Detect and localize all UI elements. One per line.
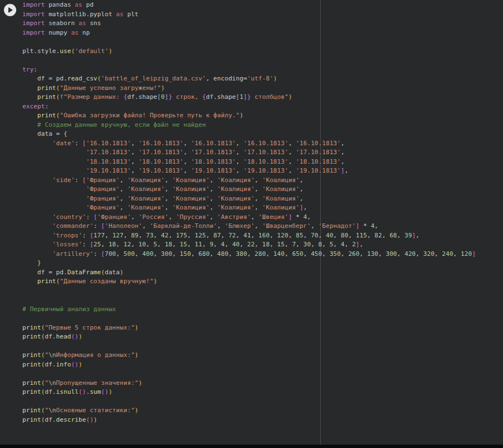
code-line[interactable]: 'Франция', 'Коалиция', 'Коалиция', 'Коал… [22,194,476,204]
code-line[interactable]: '19.10.1813', '19.10.1813', '19.10.1813'… [22,166,476,176]
code-line[interactable]: print("Первые 5 строк данных:") [22,323,476,333]
code-line[interactable]: df = pd.DataFrame(data) [22,268,476,278]
code-line[interactable]: 'troops': [177, 127, 89, 73, 42, 175, 12… [22,231,476,241]
code-line[interactable]: except: [22,102,476,112]
code-line[interactable]: import pandas as pd [22,1,476,10]
code-line[interactable]: 'Франция', 'Коалиция', 'Коалиция', 'Коал… [22,203,476,213]
editor-pane: { "editor": { "bg": "#28292b", "ruler_co… [0,0,503,448]
code-line[interactable]: print("Данные успешно загружены!") [22,84,476,93]
play-icon [8,7,13,13]
run-cell-button[interactable] [4,4,16,16]
code-line[interactable]: 'losses': [25, 18, 12, 10, 5, 18, 15, 11… [22,240,476,250]
code-line[interactable]: 'commander': ['Наполеон', 'Барклай-де-То… [22,222,476,231]
code-line[interactable]: print("Данные созданы вручную!") [22,277,476,287]
code-line[interactable]: print(f"Размер данных: {df.shape[0]} стр… [22,93,476,102]
code-line[interactable]: 'side': ['Франция', 'Коалиция', 'Коалици… [22,176,476,185]
code-line[interactable]: '17.10.1813', '17.10.1813', '17.10.1813'… [22,148,476,158]
code-line[interactable]: data = { [22,130,476,139]
code-line[interactable] [22,37,476,47]
code-line[interactable]: print(df.describe()) [22,416,476,425]
code-line[interactable]: import numpy as np [22,28,476,38]
code-line[interactable]: # Создаем данные вручную, если файл не н… [22,121,476,130]
code-line[interactable] [22,342,476,351]
code-line[interactable] [22,369,476,379]
code-line[interactable]: 'date': ['16.10.1813', '16.10.1813', '16… [22,139,476,149]
code-line[interactable]: print(df.info()) [22,360,476,370]
code-line[interactable]: plt.style.use('default') [22,47,476,56]
code-line[interactable]: 'artillery': [700, 500, 400, 300, 150, 6… [22,250,476,259]
code-area[interactable]: import pandas as pdimport matplotlib.pyp… [22,1,476,425]
code-line[interactable] [22,56,476,65]
code-line[interactable]: '18.10.1813', '18.10.1813', '18.10.1813'… [22,158,476,167]
code-line[interactable]: print("Ошибка загрузки файла! Проверьте … [22,111,476,121]
code-line[interactable]: try: [22,65,476,75]
code-line[interactable]: import matplotlib.pyplot as plt [22,10,476,20]
code-line[interactable]: # Первичный анализ данных [22,305,476,314]
code-line[interactable]: print("\nОсновные статистики:") [22,406,476,416]
code-line[interactable] [22,314,476,323]
code-line[interactable]: 'country': ['Франция', 'Россия', 'Прусси… [22,213,476,222]
code-line[interactable]: import seaborn as sns [22,19,476,28]
code-line[interactable]: print("\nИнформация о данных:") [22,351,476,360]
code-line[interactable]: df = pd.read_csv('battle_of_leipzig_data… [22,74,476,84]
code-line[interactable]: print(df.head()) [22,332,476,342]
bottom-panel-edge [0,445,503,448]
code-line[interactable]: 'Франция', 'Коалиция', 'Коалиция', 'Коал… [22,185,476,194]
code-line[interactable]: } [22,259,476,268]
code-line[interactable]: print("\nПропущенные значения:") [22,379,476,388]
code-line[interactable]: print(df.isnull().sum()) [22,388,476,397]
code-line[interactable] [22,296,476,305]
code-line[interactable] [22,287,476,296]
code-line[interactable] [22,397,476,407]
